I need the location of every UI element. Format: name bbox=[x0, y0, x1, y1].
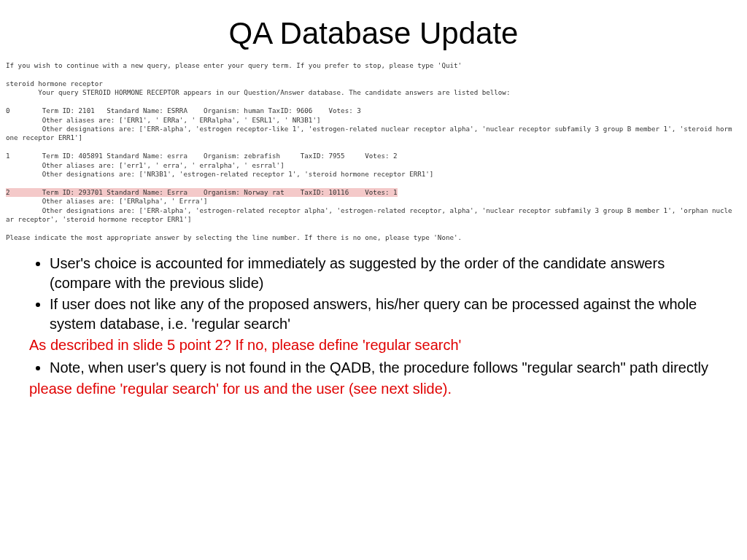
term-result-2-desig: Other designations are: ['ERR-alpha', 'e… bbox=[6, 206, 732, 214]
term-result-1-aliases: Other aliases are: ['err1', ' erra', ' e… bbox=[6, 161, 285, 169]
term-query-input: steroid hormone receptor bbox=[6, 79, 103, 88]
term-prompt-continue: If you wish to continue with a new query… bbox=[6, 61, 462, 69]
bullet-list-2: Note, when user's query is not found in … bbox=[29, 358, 718, 378]
terminal-output: If you wish to continue with a new query… bbox=[0, 58, 747, 245]
term-result-0-cont: one receptor ERR1'] bbox=[6, 133, 82, 141]
term-match-msg: Your query STEROID HORMONE RECEPTOR appe… bbox=[6, 88, 510, 96]
bullet-3: Note, when user's query is not found in … bbox=[50, 358, 718, 378]
slide-body: User's choice is accounted for immediate… bbox=[0, 245, 747, 399]
bullet-1: User's choice is accounted for immediate… bbox=[50, 254, 718, 293]
reviewer-note-2: please define 'regular search' for us an… bbox=[29, 379, 718, 399]
term-result-1-header: 1 Term ID: 405891 Standard Name: esrra O… bbox=[6, 152, 398, 160]
term-prompt-select: Please indicate the most appropriate ans… bbox=[6, 233, 462, 241]
term-result-2-cont: ar receptor', 'steroid hormone receptor … bbox=[6, 215, 191, 223]
term-result-2-aliases: Other aliases are: ['ERRalpha', ' Errra'… bbox=[6, 197, 208, 205]
bullet-list-1: User's choice is accounted for immediate… bbox=[29, 254, 718, 334]
term-result-0-desig: Other designations are: ['ERR-alpha', 'e… bbox=[6, 125, 732, 133]
slide-title: QA Database Update bbox=[0, 0, 747, 58]
reviewer-note-1: As described in slide 5 point 2? If no, … bbox=[29, 335, 718, 355]
term-result-0-header: 0 Term ID: 2101 Standard Name: ESRRA Org… bbox=[6, 106, 361, 114]
term-result-0-aliases: Other aliases are: ['ERR1', ' ERRa', ' E… bbox=[6, 116, 320, 124]
bullet-2: If user does not like any of the propose… bbox=[50, 295, 718, 334]
term-result-1-desig: Other designations are: ['NR3B1', 'estro… bbox=[6, 170, 433, 178]
term-result-2-header-highlighted: 2 Term ID: 293701 Standard Name: Esrra O… bbox=[6, 188, 398, 197]
